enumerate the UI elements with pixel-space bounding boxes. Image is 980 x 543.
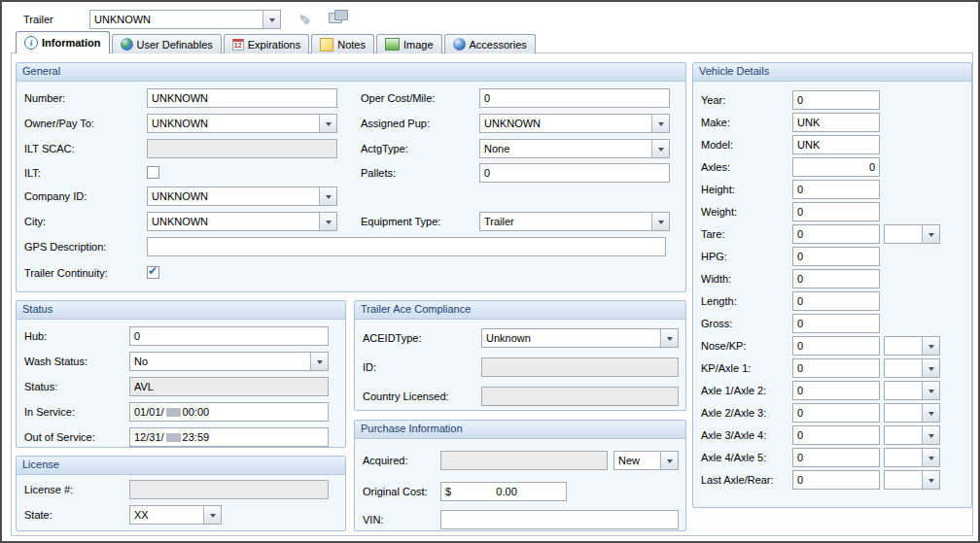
gross-field[interactable]: 0 <box>792 314 880 333</box>
in-service-time: 00:00 <box>183 406 210 418</box>
tab-image[interactable]: Image <box>376 34 442 53</box>
axle4-axle5-field[interactable]: 0 <box>792 448 880 467</box>
vin-field[interactable] <box>440 510 679 529</box>
edit-pencil-icon[interactable]: ✎ <box>298 9 311 28</box>
oper-cost-mile-label: Oper Cost/Mile: <box>361 88 435 108</box>
license-group: License License #: State: XX <box>16 456 346 531</box>
wash-status-value: No <box>130 353 310 370</box>
owner-pay-to-select[interactable]: UNKNOWN <box>147 114 337 133</box>
chevron-down-icon[interactable] <box>310 353 328 370</box>
number-field[interactable]: UNKNOWN <box>147 88 337 108</box>
kp-axle1-unit-select[interactable] <box>884 358 940 378</box>
ilt-checkbox[interactable] <box>147 166 159 179</box>
original-cost-value: 0.00 <box>496 486 516 497</box>
length-field[interactable]: 0 <box>792 291 880 311</box>
trailer-continuity-checkbox[interactable] <box>147 266 159 279</box>
trailer-select[interactable]: UNKNOWN <box>89 10 281 29</box>
chevron-down-icon[interactable] <box>922 426 939 444</box>
hpg-field[interactable]: 0 <box>792 247 880 266</box>
chevron-down-icon[interactable] <box>922 225 939 243</box>
axle4-axle5-unit-select[interactable] <box>884 448 940 467</box>
acquired-condition-select[interactable]: New <box>613 451 679 470</box>
width-field[interactable]: 0 <box>792 269 880 288</box>
oper-cost-mile-field[interactable]: 0 <box>479 88 670 108</box>
ilt-label: ILT: <box>24 163 41 183</box>
chevron-down-icon[interactable] <box>922 359 939 377</box>
out-of-service-time: 23:59 <box>183 431 210 443</box>
nose-kp-field[interactable]: 0 <box>792 336 880 356</box>
city-select[interactable]: UNKNOWN <box>147 212 337 231</box>
chevron-down-icon[interactable] <box>651 140 669 157</box>
nose-kp-unit-select[interactable] <box>884 336 940 356</box>
chevron-down-icon[interactable] <box>922 382 939 399</box>
equipment-type-value: Trailer <box>480 213 651 230</box>
company-id-select[interactable]: UNKNOWN <box>147 187 337 206</box>
chevron-down-icon[interactable] <box>660 452 678 469</box>
chevron-down-icon[interactable] <box>651 115 669 132</box>
length-label: Length: <box>701 291 737 311</box>
country-licensed-label: Country Licensed: <box>363 387 449 406</box>
in-service-field[interactable]: 01/01/ 00:00 <box>129 402 329 422</box>
hub-label: Hub: <box>24 326 47 346</box>
tags-icon[interactable] <box>329 9 348 24</box>
model-field[interactable]: UNK <box>792 135 880 154</box>
gps-description-field[interactable] <box>147 237 666 256</box>
axle2-axle3-field[interactable]: 0 <box>792 403 880 423</box>
chevron-down-icon[interactable] <box>262 11 280 28</box>
height-field[interactable]: 0 <box>792 180 880 199</box>
aceid-type-select[interactable]: Unknown <box>481 328 679 348</box>
chevron-down-icon[interactable] <box>922 471 939 489</box>
hub-field[interactable]: 0 <box>129 326 329 346</box>
axle3-axle4-field[interactable]: 0 <box>792 425 880 445</box>
axle1-axle2-field[interactable]: 0 <box>792 381 880 400</box>
axle4-axle5-label: Axle 4/Axle 5: <box>701 448 766 467</box>
last-axle-rear-unit-select[interactable] <box>884 470 940 490</box>
tare-unit-select[interactable] <box>884 224 940 244</box>
tab-information[interactable]: i Information <box>16 31 110 53</box>
make-field[interactable]: UNK <box>792 113 880 132</box>
out-of-service-field[interactable]: 12/31/ 23:59 <box>129 427 329 447</box>
state-select[interactable]: XX <box>129 505 222 525</box>
kp-axle1-field[interactable]: 0 <box>792 358 880 378</box>
chevron-down-icon[interactable] <box>660 329 678 347</box>
axles-field[interactable]: 0 <box>792 157 880 177</box>
axle1-axle2-unit-value <box>885 382 922 399</box>
acquired-field <box>440 451 608 470</box>
tare-field[interactable]: 0 <box>792 224 880 244</box>
axles-label: Axles: <box>701 157 730 177</box>
pallets-field[interactable]: 0 <box>479 163 670 183</box>
tab-notes[interactable]: Notes <box>311 34 374 53</box>
trailer-ace-compliance-header: Trailer Ace Compliance <box>355 301 685 320</box>
axle2-axle3-unit-select[interactable] <box>884 403 940 423</box>
actg-type-select[interactable]: None <box>479 139 670 158</box>
chevron-down-icon[interactable] <box>203 506 221 524</box>
chevron-down-icon[interactable] <box>319 115 336 132</box>
tare-unit-value <box>885 225 922 243</box>
assigned-pup-select[interactable]: UNKNOWN <box>479 114 670 133</box>
note-icon <box>320 38 333 51</box>
axle3-axle4-unit-select[interactable] <box>884 425 940 445</box>
chevron-down-icon[interactable] <box>319 187 336 205</box>
equipment-type-select[interactable]: Trailer <box>479 212 670 231</box>
chevron-down-icon[interactable] <box>922 404 939 422</box>
tab-accessories[interactable]: Accessories <box>444 34 536 53</box>
last-axle-rear-field[interactable]: 0 <box>792 470 880 490</box>
chevron-down-icon[interactable] <box>922 337 939 355</box>
weight-field[interactable]: 0 <box>792 202 880 221</box>
city-value: UNKNOWN <box>148 213 319 230</box>
trailer-continuity-label: Trailer Continuity: <box>24 263 108 283</box>
tab-user-definables[interactable]: User Definables <box>112 34 222 53</box>
chevron-down-icon[interactable] <box>922 449 939 466</box>
owner-pay-to-label: Owner/Pay To: <box>24 114 94 133</box>
axle1-axle2-unit-select[interactable] <box>884 381 940 400</box>
axle1-axle2-label: Axle 1/Axle 2: <box>701 381 766 400</box>
chevron-down-icon[interactable] <box>319 213 336 230</box>
tab-label: Expirations <box>248 39 300 51</box>
year-field[interactable]: 0 <box>792 90 880 110</box>
tab-expirations[interactable]: 12 Expirations <box>224 34 309 53</box>
assigned-pup-label: Assigned Pup: <box>361 114 430 133</box>
aceid-type-value: Unknown <box>482 329 660 347</box>
chevron-down-icon[interactable] <box>651 213 669 230</box>
wash-status-select[interactable]: No <box>129 352 329 371</box>
original-cost-field[interactable]: $ 0.00 <box>440 482 567 501</box>
